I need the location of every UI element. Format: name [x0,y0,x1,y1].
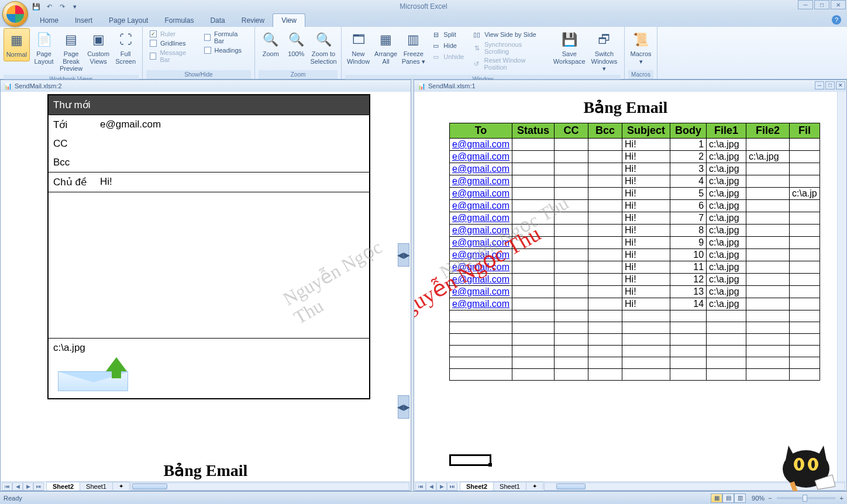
table-header[interactable]: File2 [746,123,790,139]
table-cell[interactable] [707,322,746,334]
table-cell[interactable] [555,298,588,310]
email-link[interactable]: e@gmail.com [452,225,509,235]
table-cell[interactable] [746,249,790,261]
doc-close-button[interactable]: ✕ [836,81,845,89]
table-cell[interactable] [555,334,588,346]
table-cell[interactable]: Hi! [622,249,670,261]
table-cell[interactable] [588,334,622,346]
synchronous-scrolling-button[interactable]: ⇅Synchronous Scrolling [471,40,549,56]
table-cell[interactable]: 2 [670,151,707,163]
table-cell[interactable] [790,346,820,357]
table-cell[interactable] [746,261,790,274]
table-cell[interactable] [450,357,512,369]
email-link[interactable]: e@gmail.com [452,250,509,260]
table-cell[interactable]: Hi! [622,212,670,225]
doc-min-button[interactable]: ─ [815,81,824,89]
table-cell[interactable] [512,298,555,310]
table-cell[interactable] [790,334,820,346]
table-cell[interactable] [707,346,746,357]
table-cell[interactable] [588,188,622,200]
table-cell[interactable]: e@gmail.com [450,249,512,261]
mail-attachment-path[interactable]: c:\a.jpg [53,342,364,354]
table-cell[interactable] [746,175,790,188]
table-cell[interactable] [746,346,790,357]
table-cell[interactable] [746,212,790,225]
table-cell[interactable]: 14 [670,298,707,310]
table-cell[interactable]: 9 [670,237,707,249]
table-cell[interactable] [707,369,746,381]
table-cell[interactable] [555,310,588,322]
table-cell[interactable] [555,357,588,369]
close-button[interactable]: ✕ [831,0,846,9]
sheet-nav-first[interactable]: ⏮ [2,482,12,491]
table-cell[interactable]: Hi! [622,286,670,298]
table-cell[interactable] [790,151,820,163]
table-cell[interactable]: 7 [670,212,707,225]
email-link[interactable]: e@gmail.com [452,188,509,198]
table-cell[interactable]: 1 [670,139,707,151]
sheet-tab-sheet1[interactable]: Sheet1 [493,482,526,491]
zoom-in-button[interactable]: + [840,495,843,502]
table-cell[interactable] [790,212,820,225]
sheet-tab-sheet2[interactable]: Sheet2 [460,482,494,491]
insert-sheet-button[interactable]: ✦ [112,482,130,491]
message-bar-checkbox[interactable]: Message Bar [150,49,196,63]
splitter-handle-top[interactable]: ◀▶ [398,243,409,267]
table-cell[interactable] [555,225,588,237]
zoom-slider-thumb[interactable] [803,495,807,502]
table-cell[interactable] [512,310,555,322]
table-cell[interactable] [790,298,820,310]
table-row[interactable]: e@gmail.comHi!4c:\a.jpg [450,175,820,188]
table-row[interactable]: e@gmail.comHi!5c:\a.jpgc:\a.jp [450,188,820,200]
table-cell[interactable] [790,163,820,175]
table-cell[interactable] [746,286,790,298]
email-link[interactable]: e@gmail.com [452,139,509,149]
table-row[interactable]: e@gmail.comHi!7c:\a.jpg [450,212,820,225]
table-cell[interactable] [588,163,622,175]
table-cell[interactable] [707,310,746,322]
sheet-tab-sheet2[interactable]: Sheet2 [46,482,80,491]
table-cell[interactable]: c:\a.jpg [707,249,746,261]
table-cell[interactable]: Hi! [622,261,670,274]
sheet-nav-last[interactable]: ⏭ [33,482,44,491]
table-cell[interactable]: c:\a.jpg [707,261,746,274]
table-row[interactable]: e@gmail.comHi!2c:\a.jpgc:\a.jpg [450,151,820,163]
table-cell[interactable] [746,237,790,249]
table-cell[interactable]: Hi! [622,200,670,212]
table-cell[interactable] [670,346,707,357]
table-cell[interactable] [588,237,622,249]
hscroll-thumb[interactable] [132,484,167,489]
tab-view[interactable]: View [273,13,305,27]
table-cell[interactable] [670,322,707,334]
table-cell[interactable] [588,346,622,357]
table-cell[interactable] [512,139,555,151]
gridlines-checkbox[interactable]: Gridlines [150,40,196,47]
table-cell[interactable] [746,322,790,334]
table-cell[interactable] [746,334,790,346]
table-row[interactable]: e@gmail.comHi!14c:\a.jpg [450,298,820,310]
page-break-preview-button[interactable]: ▤Page Break Preview [58,28,84,75]
table-cell[interactable]: 13 [670,286,707,298]
table-row[interactable]: e@gmail.comHi!1c:\a.jpg [450,139,820,151]
tab-formulas[interactable]: Formulas [156,14,202,27]
table-cell[interactable] [512,225,555,237]
table-cell[interactable] [588,139,622,151]
table-cell[interactable] [450,322,512,334]
table-cell[interactable] [790,200,820,212]
table-cell[interactable] [512,237,555,249]
table-cell[interactable] [555,274,588,286]
table-row[interactable]: e@gmail.comHi!10c:\a.jpg [450,249,820,261]
table-cell[interactable] [790,237,820,249]
table-header[interactable]: Fil [790,123,820,139]
table-cell[interactable]: e@gmail.com [450,139,512,151]
sheet-nav-next[interactable]: ▶ [23,482,33,491]
mail-to-value[interactable]: e@gmail.com [100,119,161,131]
table-cell[interactable] [588,261,622,274]
mail-body-area[interactable] [49,192,369,338]
full-screen-button[interactable]: ⛶Full Screen [112,28,139,67]
table-cell[interactable] [670,310,707,322]
table-cell[interactable] [555,261,588,274]
table-cell[interactable] [588,200,622,212]
unhide-button[interactable]: ▭Unhide [430,51,465,62]
table-cell[interactable]: c:\a.jpg [707,151,746,163]
